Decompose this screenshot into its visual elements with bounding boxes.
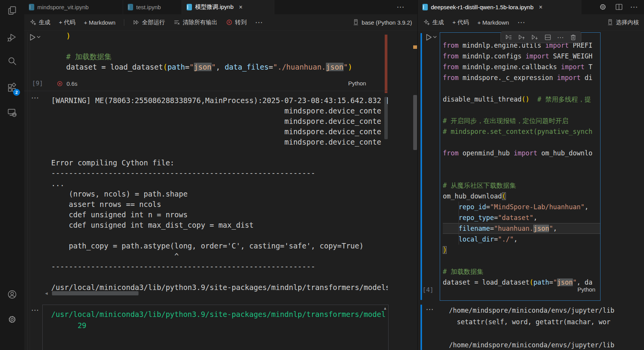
output-more-icon[interactable]: ⋯ (426, 305, 434, 313)
more-actions-icon[interactable]: ⋯ (630, 3, 638, 11)
right-editor-group: deepseek-r1-distill-qwen-1.5b-lora.ipynb… (417, 0, 644, 350)
horizontal-scrollbar[interactable] (52, 291, 138, 295)
split-cell-icon[interactable] (544, 33, 552, 41)
sparkle-icon (30, 19, 37, 26)
execute-cells-icon[interactable] (505, 33, 512, 41)
delete-cell-icon[interactable] (569, 33, 577, 41)
tab-label: deepseek-r1-distill-qwen-1.5b-lora.ipynb (431, 4, 534, 10)
settings-gear-icon[interactable] (7, 314, 17, 325)
close-icon[interactable]: × (539, 4, 542, 11)
run-all-icon (133, 19, 140, 26)
notebook-icon (187, 4, 192, 10)
notebook-icon (128, 4, 133, 10)
tab-label: test.ipynb (136, 4, 161, 10)
clear-outputs-button[interactable]: 清除所有输出 (174, 19, 217, 26)
tab-label: 模型微调.ipynb (195, 3, 234, 11)
toolbar-separator (124, 19, 124, 26)
add-markdown-button[interactable]: + Markdown (84, 19, 115, 26)
add-code-button[interactable]: + 代码 (452, 19, 469, 26)
split-editor-icon[interactable] (615, 3, 623, 13)
execution-count: [9] (32, 80, 43, 87)
output-more-icon[interactable]: ⋯ (31, 94, 39, 102)
notebook-icon (422, 4, 428, 10)
kernel-picker[interactable]: base (Python 3.9.2) (352, 19, 412, 26)
cell-output-text: [WARNING] ME(78063:255086288338976,MainP… (51, 95, 388, 293)
output-frame: ▴ /usr/local/miniconda3/lib/python3.9/si… (42, 305, 389, 350)
notebook-icon (29, 4, 34, 10)
search-icon[interactable] (7, 56, 17, 66)
cell-scrollbar-error-marker[interactable] (385, 35, 387, 93)
right-notebook-area: ⋯ from mindnlp.engine.utils import PREFI… (418, 31, 644, 350)
left-tab-bar: mindspore_vit.ipynb test.ipynb 模型微调.ipyn… (24, 0, 417, 14)
indent-guide (459, 202, 459, 245)
cell-toolbar: ⋯ (501, 32, 581, 43)
cell-divider (24, 91, 388, 91)
cell-language[interactable]: Python (348, 80, 366, 87)
run-cell-button[interactable] (424, 33, 437, 43)
close-icon[interactable]: × (239, 4, 242, 11)
cell-language[interactable]: Python (577, 286, 596, 293)
code-cell-editor[interactable]: from mindnlp.engine.utils import PREFIfr… (440, 40, 600, 288)
tab-model-finetune[interactable]: 模型微调.ipynb × (182, 0, 274, 14)
run-cell-button[interactable] (28, 33, 41, 43)
generate-button[interactable]: 生成 (423, 19, 444, 26)
settings-gear-icon[interactable] (599, 3, 607, 13)
run-debug-icon[interactable] (7, 32, 17, 43)
scroll-left-arrow-icon[interactable]: ◂ (45, 290, 48, 296)
traceback-output-text: /usr/local/miniconda3/lib/python3.9/site… (51, 309, 385, 331)
generate-button[interactable]: 生成 (30, 19, 50, 26)
extensions-badge: 2 (13, 89, 20, 96)
kernel-icon (607, 19, 614, 26)
toolbar-more-icon[interactable]: ⋯ (255, 18, 263, 26)
active-cell-indicator (420, 33, 422, 300)
tab-deepseek-lora[interactable]: deepseek-r1-distill-qwen-1.5b-lora.ipynb… (418, 0, 581, 14)
toolbar-more-icon[interactable]: ⋯ (517, 18, 526, 26)
cell-gutter-line (27, 32, 28, 350)
active-cell-indicator (420, 305, 422, 350)
scrollbar-find-marker (413, 45, 417, 49)
cell-duration: 0.6s (67, 80, 77, 87)
add-markdown-button[interactable]: + Markdown (477, 19, 509, 26)
goto-button[interactable]: 转到 (226, 19, 247, 26)
run-all-button[interactable]: 全部运行 (133, 19, 165, 26)
right-tab-bar: deepseek-r1-distill-qwen-1.5b-lora.ipynb… (418, 0, 644, 14)
tab-label: mindspore_vit.ipynb (37, 4, 88, 10)
left-notebook-toolbar: 生成 + 代码 + Markdown 全部运行 清除所有输出 转到 ⋯ base… (24, 14, 417, 31)
error-circle-icon (226, 19, 233, 26)
sparkle-icon (423, 19, 430, 26)
execute-below-icon[interactable] (531, 33, 539, 41)
execute-above-icon[interactable] (518, 33, 526, 41)
execution-count: [4] (422, 286, 434, 293)
editor-vertical-scrollbar[interactable] (413, 95, 417, 150)
kernel-icon (352, 19, 359, 26)
code-cell-editor[interactable]: ) # 加载数据集dataset = load_dataset(path="js… (66, 31, 352, 72)
files-icon[interactable] (7, 5, 17, 16)
kernel-picker[interactable]: 选择内核 (607, 19, 639, 26)
left-notebook-area: ) # 加载数据集dataset = load_dataset(path="js… (24, 31, 417, 350)
clear-outputs-icon (174, 19, 180, 26)
right-notebook-toolbar: 生成 + 代码 + Markdown ⋯ 选择内核 (418, 14, 644, 31)
activity-bar: 2 (0, 0, 25, 350)
cell-gutter-line (30, 42, 30, 350)
tab-test[interactable]: test.ipynb (123, 0, 182, 14)
tab-overflow-more-icon[interactable]: ⋯ (397, 3, 405, 11)
more-icon[interactable]: ⋯ (557, 34, 564, 41)
tab-mindspore-vit[interactable]: mindspore_vit.ipynb (24, 0, 123, 14)
account-icon[interactable] (7, 289, 17, 300)
output-more-icon[interactable]: ⋯ (31, 306, 39, 314)
cell-output-text: /home/mindspore/miniconda/envs/jupyter/l… (449, 305, 644, 350)
error-circle-icon (57, 80, 63, 88)
left-editor-group: mindspore_vit.ipynb test.ipynb 模型微调.ipyn… (24, 0, 417, 350)
add-code-button[interactable]: + 代码 (59, 19, 75, 26)
remote-explorer-icon[interactable] (7, 107, 17, 118)
